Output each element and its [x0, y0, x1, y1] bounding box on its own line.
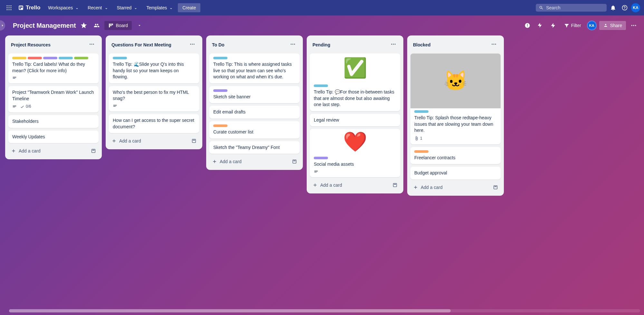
label-orange[interactable]	[414, 150, 428, 153]
svg-rect-29	[192, 139, 196, 143]
card[interactable]: Freelancer contracts	[410, 147, 501, 164]
search-input[interactable]	[546, 5, 603, 10]
member-avatar[interactable]: KA	[587, 21, 597, 30]
label-sky[interactable]	[59, 57, 73, 59]
list-title[interactable]: To Do	[212, 42, 225, 47]
power-ups-icon[interactable]	[535, 20, 545, 31]
label-purple[interactable]	[213, 89, 227, 92]
template-icon[interactable]	[191, 138, 197, 143]
card[interactable]: 🐱Trello Tip: Splash those redtape-heavy …	[410, 54, 501, 144]
svg-point-22	[91, 44, 92, 45]
card[interactable]: ❤️Social media assets	[310, 129, 400, 177]
card-text: Who's the best person to fix my HTML sna…	[113, 89, 195, 102]
nav-starred[interactable]: Starred	[113, 3, 141, 12]
template-icon[interactable]	[292, 159, 297, 164]
card[interactable]: Trello Tip: This is where assigned tasks…	[209, 54, 300, 84]
board-title[interactable]: Project Management	[13, 22, 76, 29]
share-label: Share	[610, 23, 622, 28]
svg-rect-9	[19, 5, 23, 10]
card-text: Stakeholders	[12, 118, 95, 125]
create-button[interactable]: Create	[178, 3, 200, 12]
card[interactable]: Curate customer list	[209, 121, 300, 139]
label-purple[interactable]	[314, 157, 328, 159]
list-title[interactable]: Project Resources	[11, 42, 51, 47]
board-canvas[interactable]: Project Resources Trello Tip: Card label…	[0, 35, 644, 315]
svg-rect-35	[293, 161, 296, 161]
label-green[interactable]	[74, 57, 88, 59]
nav-recent[interactable]: Recent	[84, 3, 111, 12]
label-red[interactable]	[28, 57, 42, 59]
list-menu-icon[interactable]	[88, 40, 96, 50]
list-title[interactable]: Pending	[312, 42, 330, 47]
add-card-button[interactable]: Add a card	[310, 180, 400, 190]
visibility-icon[interactable]	[91, 20, 102, 31]
label-purple[interactable]	[43, 57, 57, 59]
template-icon[interactable]	[91, 148, 96, 153]
card-text: Trello Tip: This is where assigned tasks…	[213, 61, 296, 80]
svg-rect-30	[193, 140, 195, 141]
list-menu-icon[interactable]	[490, 40, 498, 50]
customize-views-icon[interactable]	[134, 20, 145, 31]
card[interactable]: Sketch site banner	[209, 86, 300, 103]
svg-point-3	[7, 7, 8, 8]
card[interactable]: Stakeholders	[8, 115, 99, 128]
label-sky[interactable]	[113, 57, 127, 59]
star-icon[interactable]	[79, 20, 89, 31]
nav-templates[interactable]: Templates	[142, 3, 177, 12]
template-icon[interactable]	[392, 182, 398, 188]
board-menu-icon[interactable]	[629, 20, 639, 31]
add-card-button[interactable]: Add a card	[8, 146, 99, 156]
card[interactable]: How can I get access to the super secret…	[109, 114, 199, 133]
horizontal-scrollbar[interactable]	[9, 309, 640, 312]
card-labels	[113, 57, 195, 59]
svg-point-7	[9, 9, 10, 10]
card[interactable]: Trello Tip: 🌊Slide your Q's into this ha…	[109, 54, 199, 84]
card[interactable]: Budget approval	[410, 167, 501, 180]
svg-point-28	[194, 44, 195, 45]
card-text: Trello Tip: Splash those redtape-heavy i…	[414, 115, 497, 134]
card[interactable]: Trello Tip: Card labels! What do they me…	[8, 54, 99, 84]
template-icon[interactable]	[493, 185, 498, 190]
list-menu-icon[interactable]	[188, 40, 197, 50]
card-labels	[314, 157, 396, 159]
label-yellow[interactable]	[12, 57, 26, 59]
automation-icon[interactable]	[548, 20, 558, 31]
apps-switcher-icon[interactable]	[4, 3, 14, 13]
description-icon	[12, 104, 17, 109]
share-button[interactable]: Share	[599, 21, 626, 30]
checklist-badge: 0/6	[20, 104, 31, 109]
notifications-icon[interactable]	[608, 3, 618, 13]
list-menu-icon[interactable]	[289, 40, 297, 50]
card[interactable]: Edit email drafts	[209, 106, 300, 119]
filter-button[interactable]: Filter	[561, 21, 584, 30]
svg-point-6	[7, 9, 8, 10]
list-title[interactable]: Questions For Next Meeting	[111, 42, 171, 47]
card-badges: 1	[414, 136, 497, 141]
nav-workspaces[interactable]: Workspaces	[44, 3, 82, 12]
svg-point-41	[492, 44, 493, 45]
card[interactable]: Legal review	[310, 114, 400, 127]
board-view-button[interactable]: Board	[104, 21, 132, 30]
alert-icon[interactable]	[522, 20, 533, 31]
list-title[interactable]: Blocked	[413, 42, 430, 47]
label-sky[interactable]	[414, 110, 428, 113]
add-card-button[interactable]: Add a card	[209, 156, 300, 167]
card[interactable]: Project "Teamwork Dream Work" Launch Tim…	[8, 86, 99, 113]
card[interactable]: Sketch the "Teamy Dreamy" Font	[209, 141, 300, 154]
logo[interactable]: Trello	[15, 5, 43, 11]
user-avatar[interactable]: KA	[631, 3, 640, 12]
add-card-button[interactable]: Add a card	[109, 136, 199, 146]
label-orange[interactable]	[213, 124, 227, 127]
label-sky[interactable]	[314, 84, 328, 87]
help-icon[interactable]	[620, 3, 630, 13]
search-box[interactable]	[536, 4, 607, 12]
card[interactable]: ✅Trello Tip: 💬For those in-between tasks…	[310, 54, 400, 111]
card[interactable]: Weekly Updates	[8, 131, 99, 143]
expand-sidebar-handle[interactable]	[0, 20, 5, 31]
scrollbar-thumb[interactable]	[9, 309, 451, 312]
label-sky[interactable]	[213, 57, 227, 59]
list-menu-icon[interactable]	[389, 40, 398, 50]
add-card-button[interactable]: Add a card	[410, 182, 501, 192]
svg-point-23	[93, 44, 94, 45]
card[interactable]: Who's the best person to fix my HTML sna…	[109, 86, 199, 112]
